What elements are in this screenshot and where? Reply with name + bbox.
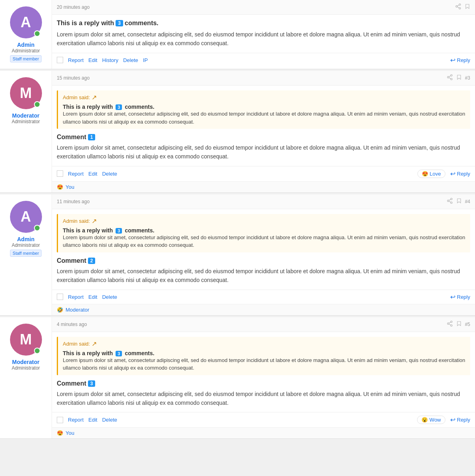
footer-right: 😍 Love↩ Reply [417, 170, 470, 178]
footer-right: ↩ Reply [450, 56, 470, 64]
action-edit-link[interactable]: Edit [88, 171, 97, 177]
select-checkbox[interactable] [57, 294, 63, 300]
reply-button[interactable]: ↩ Reply [450, 416, 470, 424]
post-time: 11 minutes ago [57, 199, 90, 204]
action-edit-link[interactable]: Edit [88, 417, 97, 423]
post-post-3: AAdminAdministratorStaff member11 minute… [0, 194, 475, 316]
share-icon[interactable] [447, 74, 453, 82]
post-body: Admin said: ↗This is a reply with 3 comm… [52, 332, 475, 412]
post-time: 20 minutes ago [57, 4, 90, 10]
post-footer: ReportEditDelete↩ Reply [52, 290, 475, 304]
action-report-link[interactable]: Report [68, 171, 84, 177]
avatar: M [10, 324, 42, 356]
post-body: Admin said: ↗This is a reply with 3 comm… [52, 86, 475, 166]
reply-label: Reply [457, 57, 470, 63]
quote-header: Admin said: ↗ [63, 340, 465, 348]
reactor-emoji: 🤣 [57, 307, 63, 313]
username[interactable]: Moderator [12, 112, 39, 119]
quote-expand-icon[interactable]: ↗ [92, 217, 97, 225]
quote-block: Admin said: ↗This is a reply with 3 comm… [57, 337, 470, 375]
avatar: M [10, 77, 42, 109]
user-role: Administrator [12, 48, 40, 54]
post-body: Admin said: ↗This is a reply with 3 comm… [52, 209, 475, 290]
footer-left: ReportEditDelete [57, 170, 117, 177]
post-number: #5 [465, 322, 470, 327]
bookmark-icon[interactable] [456, 74, 462, 82]
select-checkbox[interactable] [57, 417, 63, 423]
reaction-emoji: 😍 [422, 171, 428, 177]
reactor-name[interactable]: You [66, 430, 74, 436]
reaction-button[interactable]: 😮 Wow [417, 416, 445, 424]
action-delete-link[interactable]: Delete [102, 417, 117, 423]
action-delete-link[interactable]: Delete [102, 171, 117, 177]
svg-marker-17 [457, 199, 461, 203]
username[interactable]: Admin [17, 236, 35, 242]
comment-badge: 1 [88, 134, 96, 140]
username[interactable]: Admin [17, 42, 35, 48]
action-ip-link[interactable]: IP [143, 57, 148, 63]
staff-badge: Staff member [10, 250, 42, 257]
online-status-icon [34, 225, 40, 231]
svg-line-15 [449, 201, 451, 202]
svg-point-8 [451, 78, 452, 80]
reply-button[interactable]: ↩ Reply [450, 293, 470, 301]
action-edit-link[interactable]: Edit [88, 57, 97, 63]
reaction-label: Love [430, 171, 441, 177]
reactor-name[interactable]: Moderator [66, 307, 89, 313]
reactor-name[interactable]: You [66, 184, 74, 190]
post-header-actions [455, 3, 470, 11]
svg-marker-5 [466, 4, 469, 9]
reply-arrow-icon: ↩ [450, 293, 455, 301]
user-role: Administrator [12, 242, 40, 248]
footer-right: ↩ Reply [450, 293, 470, 301]
reply-button[interactable]: ↩ Reply [450, 56, 470, 64]
svg-point-18 [451, 321, 452, 322]
svg-marker-11 [457, 75, 461, 80]
share-icon[interactable] [455, 3, 461, 11]
post-header-actions: #5 [447, 320, 470, 328]
action-delete-link[interactable]: Delete [123, 57, 138, 63]
action-report-link[interactable]: Report [68, 417, 84, 423]
staff-badge: Staff member [10, 55, 42, 62]
select-checkbox[interactable] [57, 170, 63, 177]
action-report-link[interactable]: Report [68, 294, 84, 300]
quote-badge: 3 [116, 228, 122, 234]
username[interactable]: Moderator [12, 359, 39, 365]
action-report-link[interactable]: Report [68, 57, 84, 63]
reply-button[interactable]: ↩ Reply [450, 170, 470, 178]
post-header: 4 minutes ago#5 [52, 317, 475, 332]
quote-header: Admin said: ↗ [63, 94, 465, 101]
action-edit-link[interactable]: Edit [88, 294, 97, 300]
share-icon[interactable] [447, 320, 453, 328]
reply-label: Reply [457, 294, 470, 300]
reaction-button[interactable]: 😍 Love [417, 170, 445, 178]
quote-block: Admin said: ↗This is a reply with 3 comm… [57, 90, 470, 129]
svg-point-14 [451, 202, 452, 203]
bookmark-icon[interactable] [456, 198, 462, 206]
post-header: 15 minutes ago#3 [52, 71, 475, 86]
bookmark-icon[interactable] [465, 3, 470, 11]
svg-point-1 [456, 6, 457, 7]
footer-right: 😮 Wow↩ Reply [417, 416, 470, 424]
post-time: 4 minutes ago [57, 322, 87, 327]
bookmark-icon[interactable] [456, 320, 462, 328]
post-body: This is a reply with 3 comments.Lorem ip… [52, 15, 475, 53]
quote-expand-icon[interactable]: ↗ [92, 94, 97, 101]
reply-label: Reply [457, 417, 470, 423]
quote-expand-icon[interactable]: ↗ [92, 340, 97, 348]
comment-title: Comment 1 [57, 134, 470, 141]
reply-arrow-icon: ↩ [450, 56, 455, 64]
share-icon[interactable] [447, 198, 453, 206]
reaction-bar: 🤣 Moderator [52, 304, 475, 315]
action-delete-link[interactable]: Delete [102, 294, 117, 300]
online-status-icon [34, 101, 40, 108]
svg-line-22 [449, 322, 451, 323]
select-checkbox[interactable] [57, 57, 63, 63]
reaction-emoji: 😮 [421, 417, 428, 423]
svg-point-12 [451, 198, 452, 200]
user-role: Administrator [12, 365, 40, 371]
action-history-link[interactable]: History [102, 57, 118, 63]
online-status-icon [34, 348, 40, 354]
post-text: Lorem ipsum dolor sit amet, consectetur … [57, 267, 470, 285]
svg-point-20 [451, 324, 452, 326]
